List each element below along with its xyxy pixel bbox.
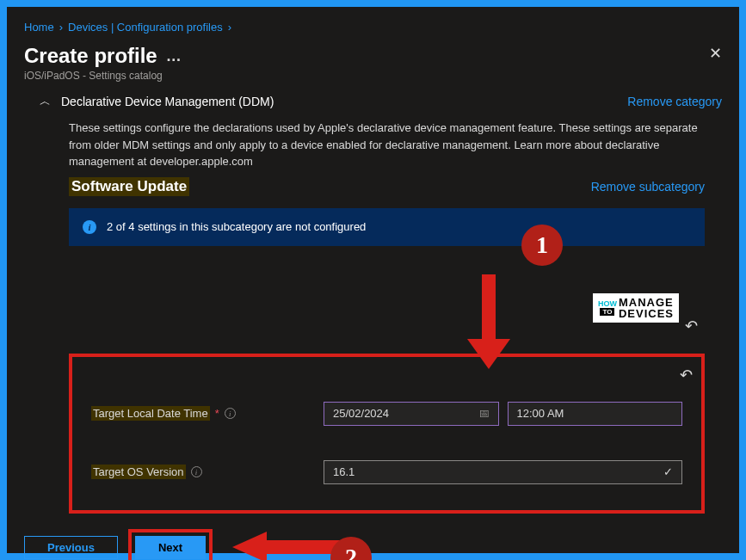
footer: Previous Next 2	[24, 514, 722, 561]
annotation-highlight-next: Next	[128, 529, 213, 561]
info-banner: i 2 of 4 settings in this subcategory ar…	[69, 208, 705, 246]
annotation-badge-1: 1	[521, 225, 563, 266]
target-version-label: Target OS Version i	[91, 465, 315, 479]
svg-marker-3	[232, 532, 267, 560]
check-icon: ✓	[663, 465, 673, 478]
info-icon: i	[83, 220, 96, 234]
chevron-right-icon: ›	[228, 21, 231, 34]
content-body: HOW TO MANAGE DEVICES ↶ 1 ↶ Target Local…	[24, 246, 722, 514]
annotation-arrow-2	[228, 530, 340, 560]
remove-subcategory-link[interactable]: Remove subcategory	[591, 180, 705, 194]
watermark-logo: HOW TO MANAGE DEVICES	[593, 293, 679, 323]
chevron-up-icon[interactable]: ︿	[40, 94, 51, 109]
next-button[interactable]: Next	[135, 536, 206, 559]
subsection-title: Software Update	[69, 177, 189, 196]
target-time-input[interactable]: 12:00 AM	[508, 402, 683, 426]
undo-icon[interactable]: ↶	[680, 366, 693, 385]
calendar-icon[interactable]: 📅︎	[478, 407, 490, 420]
undo-icon[interactable]: ↶	[685, 317, 698, 335]
create-profile-panel: Home › Devices | Configuration profiles …	[7, 7, 739, 553]
page-title: Create profile …	[24, 44, 183, 68]
annotation-highlight-box: ↶ Target Local Date Time * i 25/02/2024 …	[69, 354, 705, 514]
target-date-label: Target Local Date Time * i	[91, 406, 315, 421]
target-date-input[interactable]: 25/02/2024 📅︎	[324, 402, 499, 426]
info-tooltip-icon[interactable]: i	[191, 466, 202, 477]
chevron-right-icon: ›	[59, 21, 63, 34]
info-tooltip-icon[interactable]: i	[225, 408, 236, 419]
breadcrumb-devices[interactable]: Devices | Configuration profiles	[68, 21, 223, 34]
breadcrumb: Home › Devices | Configuration profiles …	[24, 21, 722, 34]
close-icon[interactable]: ✕	[709, 44, 722, 63]
breadcrumb-home[interactable]: Home	[24, 21, 54, 34]
section-description: These settings configure the declaration…	[24, 120, 722, 170]
target-version-input[interactable]: 16.1 ✓	[324, 460, 682, 484]
info-banner-text: 2 of 4 settings in this subcategory are …	[107, 220, 366, 233]
previous-button[interactable]: Previous	[24, 536, 118, 559]
more-icon[interactable]: …	[166, 48, 183, 64]
page-subtitle: iOS/iPadOS - Settings catalog	[24, 70, 183, 82]
remove-category-link[interactable]: Remove category	[627, 95, 722, 108]
section-title: Declarative Device Management (DDM)	[61, 95, 274, 108]
section-header: ︿ Declarative Device Management (DDM) Re…	[24, 94, 722, 109]
